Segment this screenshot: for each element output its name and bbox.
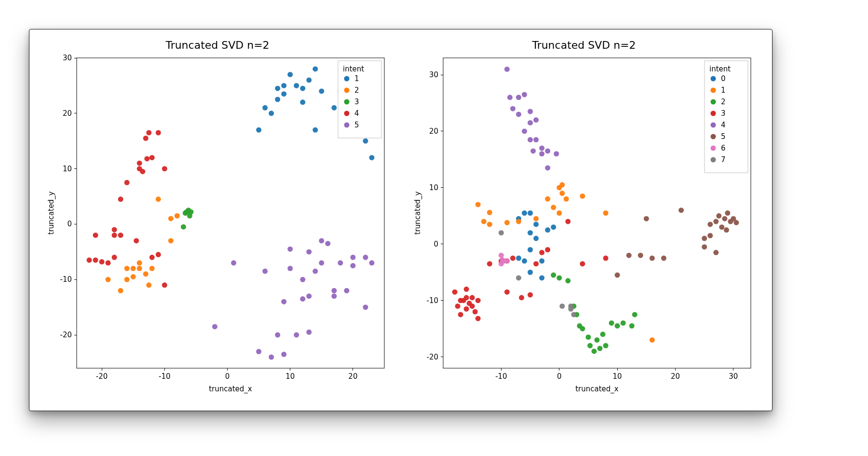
svg-point-84 — [149, 155, 155, 160]
svg-point-44 — [369, 155, 374, 160]
svg-point-32 — [287, 72, 293, 77]
svg-point-100 — [294, 332, 299, 338]
svg-point-239 — [522, 128, 527, 134]
svg-point-281 — [571, 312, 576, 317]
svg-point-177 — [545, 196, 550, 202]
svg-text:10: 10 — [63, 165, 72, 173]
svg-point-54 — [146, 282, 151, 288]
svg-point-105 — [306, 330, 312, 335]
svg-point-183 — [564, 196, 569, 202]
svg-point-48 — [124, 266, 130, 271]
svg-point-35 — [300, 99, 305, 105]
svg-point-80 — [140, 169, 145, 174]
svg-point-218 — [473, 309, 478, 315]
svg-point-25 — [256, 127, 261, 133]
svg-point-266 — [724, 227, 729, 233]
svg-point-127 — [344, 111, 350, 116]
svg-point-37 — [312, 66, 318, 71]
svg-text:3: 3 — [354, 97, 359, 106]
svg-point-173 — [487, 221, 492, 227]
svg-point-240 — [528, 109, 533, 114]
svg-point-248 — [545, 148, 550, 153]
svg-point-261 — [707, 233, 713, 238]
svg-point-59 — [175, 213, 180, 219]
svg-point-265 — [722, 216, 727, 221]
svg-text:10: 10 — [429, 183, 438, 192]
svg-text:0: 0 — [434, 240, 438, 249]
svg-point-202 — [615, 323, 620, 329]
svg-point-159 — [533, 221, 539, 227]
svg-point-253 — [638, 253, 643, 258]
svg-point-86 — [156, 130, 161, 136]
left-title: Truncated SVD n=2 — [44, 39, 391, 51]
svg-point-276 — [500, 257, 505, 263]
svg-point-249 — [545, 165, 550, 170]
svg-text:truncated_x: truncated_x — [575, 385, 619, 394]
svg-point-36 — [306, 77, 312, 83]
svg-point-206 — [452, 290, 458, 295]
svg-text:0: 0 — [557, 372, 562, 381]
svg-point-87 — [156, 252, 161, 257]
svg-point-65 — [188, 209, 193, 215]
svg-point-28 — [275, 86, 280, 91]
svg-point-255 — [650, 256, 655, 261]
svg-point-101 — [300, 277, 305, 282]
svg-point-49 — [131, 266, 136, 271]
svg-point-232 — [603, 256, 609, 261]
svg-point-92 — [256, 349, 261, 354]
svg-point-45 — [106, 277, 111, 282]
svg-point-38 — [312, 127, 318, 133]
svg-point-233 — [504, 67, 510, 72]
svg-text:3: 3 — [721, 109, 726, 118]
svg-point-259 — [702, 244, 707, 249]
svg-point-90 — [231, 260, 236, 265]
svg-point-40 — [331, 105, 337, 111]
svg-point-68 — [93, 233, 98, 238]
svg-point-174 — [504, 220, 510, 225]
svg-text:0: 0 — [225, 372, 230, 381]
svg-point-198 — [597, 346, 603, 351]
svg-point-99 — [287, 266, 293, 271]
svg-text:0: 0 — [721, 74, 726, 83]
svg-text:-10: -10 — [495, 372, 507, 381]
svg-point-29 — [275, 97, 280, 102]
svg-text:20: 20 — [671, 372, 680, 381]
svg-point-113 — [344, 288, 349, 293]
svg-point-129 — [344, 123, 350, 128]
svg-point-247 — [539, 151, 544, 156]
svg-point-237 — [516, 111, 521, 117]
svg-point-83 — [146, 130, 151, 136]
svg-point-262 — [713, 219, 719, 224]
svg-point-76 — [124, 180, 130, 185]
svg-text:1: 1 — [721, 86, 726, 95]
svg-point-279 — [559, 304, 565, 309]
svg-point-203 — [621, 320, 626, 326]
svg-point-110 — [331, 293, 337, 299]
svg-point-257 — [678, 207, 684, 213]
svg-point-72 — [112, 255, 117, 260]
svg-point-234 — [507, 95, 513, 100]
svg-point-180 — [559, 191, 565, 196]
svg-point-287 — [711, 88, 716, 93]
svg-point-213 — [464, 287, 469, 292]
svg-point-251 — [615, 273, 620, 278]
svg-point-34 — [300, 86, 305, 91]
svg-point-57 — [168, 216, 174, 221]
right-panel: Truncated SVD n=2 -100102030truncated_x-… — [410, 39, 758, 396]
svg-point-205 — [632, 312, 637, 317]
svg-point-238 — [522, 92, 527, 97]
svg-text:truncated_y: truncated_y — [47, 192, 56, 235]
svg-point-33 — [294, 83, 299, 88]
svg-point-270 — [733, 220, 739, 225]
svg-point-241 — [528, 120, 533, 125]
svg-text:4: 4 — [721, 121, 726, 129]
right-plotbox: -100102030truncated_x-20-100102030trunca… — [410, 53, 758, 398]
svg-point-235 — [510, 106, 515, 111]
svg-point-197 — [595, 337, 600, 343]
svg-point-250 — [554, 151, 559, 156]
svg-point-244 — [533, 117, 539, 123]
svg-point-246 — [539, 146, 544, 151]
svg-text:20: 20 — [63, 109, 72, 118]
svg-point-210 — [458, 312, 463, 317]
svg-point-245 — [530, 148, 536, 153]
